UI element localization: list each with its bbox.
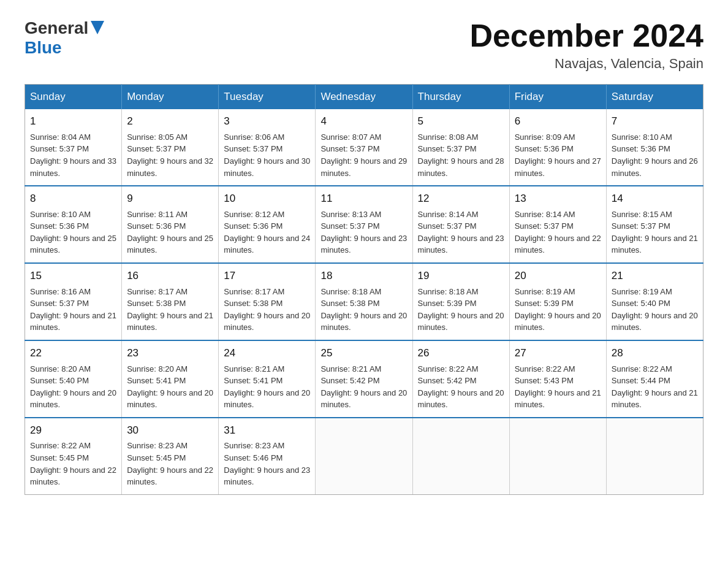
day-info: Sunrise: 8:22 AMSunset: 5:42 PMDaylight:…: [418, 364, 504, 410]
calendar-cell: 8 Sunrise: 8:10 AMSunset: 5:36 PMDayligh…: [25, 186, 122, 263]
day-number: 3: [224, 114, 310, 129]
day-info: Sunrise: 8:16 AMSunset: 5:37 PMDaylight:…: [30, 287, 116, 332]
calendar-cell: 4 Sunrise: 8:07 AMSunset: 5:37 PMDayligh…: [316, 109, 412, 186]
day-number: 16: [127, 269, 213, 284]
day-info: Sunrise: 8:18 AMSunset: 5:39 PMDaylight:…: [418, 287, 504, 332]
calendar-cell: 25 Sunrise: 8:21 AMSunset: 5:42 PMDaylig…: [316, 340, 412, 418]
calendar-cell: 28 Sunrise: 8:22 AMSunset: 5:44 PMDaylig…: [606, 340, 703, 418]
weekday-header-wednesday: Wednesday: [316, 85, 412, 110]
week-row-5: 29 Sunrise: 8:22 AMSunset: 5:45 PMDaylig…: [25, 418, 703, 494]
calendar-cell: 14 Sunrise: 8:15 AMSunset: 5:37 PMDaylig…: [606, 186, 703, 263]
week-row-4: 22 Sunrise: 8:20 AMSunset: 5:40 PMDaylig…: [25, 340, 703, 418]
day-info: Sunrise: 8:06 AMSunset: 5:37 PMDaylight:…: [224, 132, 310, 178]
calendar-cell: 16 Sunrise: 8:17 AMSunset: 5:38 PMDaylig…: [122, 263, 219, 340]
calendar-cell: 30 Sunrise: 8:23 AMSunset: 5:45 PMDaylig…: [122, 418, 219, 494]
week-row-1: 1 Sunrise: 8:04 AMSunset: 5:37 PMDayligh…: [25, 109, 703, 186]
calendar-cell: 21 Sunrise: 8:19 AMSunset: 5:40 PMDaylig…: [606, 263, 703, 340]
calendar-cell: 26 Sunrise: 8:22 AMSunset: 5:42 PMDaylig…: [412, 340, 509, 418]
weekday-header-sunday: Sunday: [25, 85, 122, 110]
calendar-cell: 29 Sunrise: 8:22 AMSunset: 5:45 PMDaylig…: [25, 418, 122, 494]
calendar-cell: 9 Sunrise: 8:11 AMSunset: 5:36 PMDayligh…: [122, 186, 219, 263]
logo-general-text: General: [25, 18, 88, 38]
day-number: 18: [320, 269, 407, 284]
day-info: Sunrise: 8:17 AMSunset: 5:38 PMDaylight:…: [224, 287, 310, 332]
calendar-cell: 12 Sunrise: 8:14 AMSunset: 5:37 PMDaylig…: [412, 186, 509, 263]
day-number: 15: [30, 269, 116, 284]
day-number: 31: [224, 423, 310, 439]
calendar-cell: [606, 418, 703, 494]
day-number: 27: [515, 346, 601, 361]
week-row-3: 15 Sunrise: 8:16 AMSunset: 5:37 PMDaylig…: [25, 263, 703, 340]
day-number: 4: [320, 114, 407, 129]
day-info: Sunrise: 8:19 AMSunset: 5:39 PMDaylight:…: [515, 287, 601, 332]
calendar-cell: 1 Sunrise: 8:04 AMSunset: 5:37 PMDayligh…: [25, 109, 122, 186]
calendar-cell: 3 Sunrise: 8:06 AMSunset: 5:37 PMDayligh…: [219, 109, 316, 186]
day-number: 21: [612, 269, 698, 284]
calendar-cell: [316, 418, 412, 494]
calendar-cell: 5 Sunrise: 8:08 AMSunset: 5:37 PMDayligh…: [412, 109, 509, 186]
calendar-cell: 31 Sunrise: 8:23 AMSunset: 5:46 PMDaylig…: [219, 418, 316, 494]
day-info: Sunrise: 8:23 AMSunset: 5:46 PMDaylight:…: [224, 441, 310, 486]
day-number: 2: [127, 114, 213, 129]
calendar-cell: 17 Sunrise: 8:17 AMSunset: 5:38 PMDaylig…: [219, 263, 316, 340]
logo-triangle-icon: [91, 21, 104, 34]
day-info: Sunrise: 8:10 AMSunset: 5:36 PMDaylight:…: [30, 210, 116, 255]
weekday-header-tuesday: Tuesday: [219, 85, 316, 110]
day-number: 5: [418, 114, 504, 129]
calendar-cell: 10 Sunrise: 8:12 AMSunset: 5:36 PMDaylig…: [219, 186, 316, 263]
day-info: Sunrise: 8:08 AMSunset: 5:37 PMDaylight:…: [418, 132, 504, 178]
day-number: 1: [30, 114, 116, 129]
day-number: 23: [127, 346, 213, 361]
day-info: Sunrise: 8:20 AMSunset: 5:40 PMDaylight:…: [30, 364, 116, 410]
day-info: Sunrise: 8:20 AMSunset: 5:41 PMDaylight:…: [127, 364, 213, 410]
page-header: General Blue December 2024 Navajas, Vale…: [25, 18, 703, 72]
calendar-cell: [509, 418, 606, 494]
day-number: 29: [30, 423, 116, 439]
day-number: 30: [127, 423, 213, 439]
day-number: 22: [30, 346, 116, 361]
logo: General Blue: [25, 18, 104, 58]
weekday-header-thursday: Thursday: [412, 85, 509, 110]
weekday-header-row: SundayMondayTuesdayWednesdayThursdayFrid…: [25, 85, 703, 110]
day-info: Sunrise: 8:22 AMSunset: 5:43 PMDaylight:…: [515, 364, 601, 410]
day-number: 14: [612, 191, 698, 207]
calendar-cell: 18 Sunrise: 8:18 AMSunset: 5:38 PMDaylig…: [316, 263, 412, 340]
day-info: Sunrise: 8:22 AMSunset: 5:45 PMDaylight:…: [30, 441, 116, 486]
day-number: 11: [320, 191, 407, 207]
day-info: Sunrise: 8:22 AMSunset: 5:44 PMDaylight:…: [612, 364, 698, 410]
week-row-2: 8 Sunrise: 8:10 AMSunset: 5:36 PMDayligh…: [25, 186, 703, 263]
day-number: 9: [127, 191, 213, 207]
calendar-cell: 6 Sunrise: 8:09 AMSunset: 5:36 PMDayligh…: [509, 109, 606, 186]
calendar-cell: 7 Sunrise: 8:10 AMSunset: 5:36 PMDayligh…: [606, 109, 703, 186]
day-info: Sunrise: 8:17 AMSunset: 5:38 PMDaylight:…: [127, 287, 213, 332]
day-number: 10: [224, 191, 310, 207]
day-info: Sunrise: 8:10 AMSunset: 5:36 PMDaylight:…: [612, 132, 698, 178]
calendar-cell: 19 Sunrise: 8:18 AMSunset: 5:39 PMDaylig…: [412, 263, 509, 340]
calendar-cell: 11 Sunrise: 8:13 AMSunset: 5:37 PMDaylig…: [316, 186, 412, 263]
weekday-header-monday: Monday: [122, 85, 219, 110]
calendar-cell: 15 Sunrise: 8:16 AMSunset: 5:37 PMDaylig…: [25, 263, 122, 340]
svg-marker-0: [91, 21, 104, 34]
calendar-cell: 22 Sunrise: 8:20 AMSunset: 5:40 PMDaylig…: [25, 340, 122, 418]
day-info: Sunrise: 8:13 AMSunset: 5:37 PMDaylight:…: [320, 210, 407, 255]
calendar-cell: 24 Sunrise: 8:21 AMSunset: 5:41 PMDaylig…: [219, 340, 316, 418]
logo-blue-text: Blue: [25, 38, 62, 58]
day-info: Sunrise: 8:21 AMSunset: 5:41 PMDaylight:…: [224, 364, 310, 410]
day-info: Sunrise: 8:11 AMSunset: 5:36 PMDaylight:…: [127, 210, 213, 255]
day-number: 12: [418, 191, 504, 207]
day-info: Sunrise: 8:12 AMSunset: 5:36 PMDaylight:…: [224, 210, 310, 255]
day-info: Sunrise: 8:23 AMSunset: 5:45 PMDaylight:…: [127, 441, 213, 486]
calendar-cell: 23 Sunrise: 8:20 AMSunset: 5:41 PMDaylig…: [122, 340, 219, 418]
day-number: 24: [224, 346, 310, 361]
day-info: Sunrise: 8:19 AMSunset: 5:40 PMDaylight:…: [612, 287, 698, 332]
day-number: 17: [224, 269, 310, 284]
weekday-header-saturday: Saturday: [606, 85, 703, 110]
day-number: 8: [30, 191, 116, 207]
day-number: 6: [515, 114, 601, 129]
title-block: December 2024 Navajas, Valencia, Spain: [469, 18, 703, 72]
calendar-cell: 27 Sunrise: 8:22 AMSunset: 5:43 PMDaylig…: [509, 340, 606, 418]
day-number: 19: [418, 269, 504, 284]
day-info: Sunrise: 8:05 AMSunset: 5:37 PMDaylight:…: [127, 132, 213, 178]
day-number: 7: [612, 114, 698, 129]
location-subtitle: Navajas, Valencia, Spain: [469, 56, 703, 72]
